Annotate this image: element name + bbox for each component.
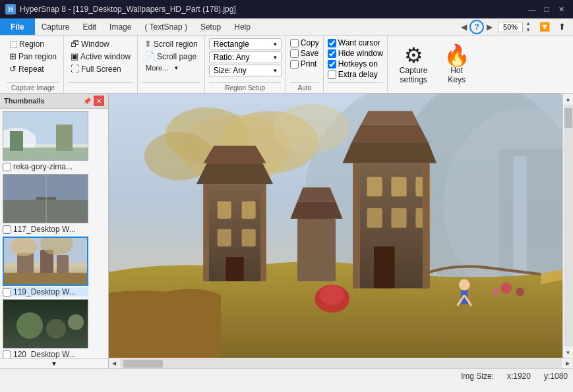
want-cursor-checkbox[interactable]: [328, 39, 336, 47]
zoom-down-button[interactable]: ▼: [524, 27, 532, 34]
save-checkbox[interactable]: [290, 49, 299, 58]
hot-keys-button[interactable]: 🔥 HotKeys: [437, 42, 477, 87]
scroll-region-button[interactable]: ⇳ Scroll region: [142, 38, 200, 49]
thumb4-checkbox[interactable]: [3, 350, 11, 359]
hide-window-checkbox[interactable]: [328, 49, 336, 58]
ribbon-group-auto: Copy Save Print Auto: [286, 36, 324, 93]
statusbar: Img Size: x:1920 y:1080: [0, 368, 573, 383]
h-scroll-thumb[interactable]: [123, 360, 163, 368]
svg-rect-4: [56, 125, 73, 151]
window-group-label: [68, 82, 133, 92]
menu-edit[interactable]: Edit: [76, 18, 103, 35]
scroll-left-arrow[interactable]: ◀: [109, 358, 119, 369]
expand-ribbon-button[interactable]: ⬆: [555, 20, 569, 34]
scroll-page-button[interactable]: 📄 Scroll page: [142, 51, 200, 62]
image-area[interactable]: [109, 94, 562, 358]
scroll-down-arrow[interactable]: ▼: [51, 360, 57, 367]
print-checkbox[interactable]: [290, 60, 299, 69]
copy-checkbox[interactable]: [290, 39, 299, 47]
menu-image[interactable]: Image: [103, 18, 138, 35]
copy-checkbox-row[interactable]: Copy: [290, 38, 319, 47]
zoom-arrows: ▲ ▼: [524, 20, 532, 34]
region-button[interactable]: ⬚ Region: [7, 38, 59, 49]
ratio-dropdown[interactable]: Ratio: Any ▾: [209, 51, 282, 63]
horizontal-scrollbar[interactable]: ◀ ▶: [109, 358, 573, 368]
svg-rect-51: [391, 208, 406, 228]
help-button[interactable]: ?: [469, 20, 484, 34]
list-item[interactable]: 120_Desktop W...: [3, 299, 106, 358]
close-button[interactable]: ✕: [555, 3, 568, 16]
scroll-right-arrow[interactable]: ▶: [562, 358, 573, 369]
menu-file[interactable]: File: [0, 18, 35, 35]
thumb-svg: [3, 174, 88, 223]
list-item[interactable]: 117_Desktop W...: [3, 174, 106, 234]
shape-dropdown[interactable]: Rectangle ▾: [209, 38, 282, 50]
list-item[interactable]: reka-gory-zima...: [3, 111, 106, 171]
zoom-input[interactable]: [498, 22, 523, 32]
save-label: Save: [301, 49, 318, 58]
window-icon: 🗗: [71, 39, 79, 49]
hotkeys-on-label: Hotkeys on: [338, 59, 378, 69]
minimize-ribbon-button[interactable]: 🔽: [537, 20, 552, 34]
window-buttons: 🗗 Window ▣ Active window ⛶ Full Screen: [68, 38, 133, 81]
thumb3-checkbox[interactable]: [3, 288, 11, 296]
more-button[interactable]: More...: [142, 63, 172, 72]
pan-region-button[interactable]: ⊞ Pan region: [7, 51, 59, 62]
thumbnail-image: [3, 299, 88, 349]
thumbnails-pin-button[interactable]: 📌: [82, 96, 92, 106]
large-buttons-area: ⚙ Capturesettings 🔥 HotKeys: [388, 36, 482, 93]
svg-point-64: [492, 288, 499, 295]
capture-settings-label: Capturesettings: [400, 66, 428, 84]
menu-help[interactable]: Help: [227, 18, 257, 35]
h-scroll-track[interactable]: [120, 359, 562, 368]
thumb1-checkbox[interactable]: [3, 163, 11, 171]
svg-rect-38: [204, 184, 209, 281]
capture-settings-button[interactable]: ⚙ Capturesettings: [393, 42, 435, 87]
scroll-track[interactable]: [564, 105, 573, 347]
hide-window-row[interactable]: Hide window: [328, 49, 383, 58]
nav-right-arrow[interactable]: ▶: [487, 22, 493, 32]
scroll-down-arrow[interactable]: ▼: [563, 347, 574, 358]
active-window-button[interactable]: ▣ Active window: [68, 51, 133, 62]
repeat-button[interactable]: ↺ Repeat: [7, 63, 59, 74]
extra-delay-checkbox[interactable]: [328, 70, 336, 79]
more-dropdown-arrow[interactable]: ▾: [175, 65, 178, 71]
full-screen-icon: ⛶: [71, 64, 79, 74]
nav-left-arrow[interactable]: ◀: [461, 22, 467, 32]
thumbnails-close-button[interactable]: ✕: [94, 96, 104, 106]
svg-rect-54: [353, 163, 360, 289]
capture-image-label: Capture Image: [7, 82, 59, 92]
hotkeys-on-row[interactable]: Hotkeys on: [328, 59, 383, 69]
scroll-up-arrow[interactable]: ▲: [563, 94, 574, 104]
extra-delay-row[interactable]: Extra delay: [328, 70, 383, 79]
thumb2-checkbox[interactable]: [3, 225, 11, 234]
size-dropdown[interactable]: Size: Any ▾: [209, 65, 282, 76]
maximize-button[interactable]: □: [540, 3, 553, 16]
list-item[interactable]: 119_Desktop W...: [3, 237, 106, 296]
scroll-region-icon: ⇳: [144, 39, 152, 49]
menu-setup[interactable]: Setup: [194, 18, 227, 35]
wallpaper-svg: [109, 94, 562, 358]
scroll-thumb[interactable]: [564, 108, 572, 128]
svg-marker-31: [196, 163, 273, 184]
thumbnails-scroll-down[interactable]: ▼: [0, 358, 108, 368]
menubar: File Capture Edit Image ( TextSnap ) Set…: [0, 18, 573, 36]
hotkeys-on-checkbox[interactable]: [328, 60, 336, 69]
want-cursor-row[interactable]: Want cursor: [328, 38, 383, 47]
svg-rect-3: [10, 131, 23, 151]
active-window-icon: ▣: [71, 51, 78, 61]
scroll-page-icon: 📄: [144, 51, 155, 61]
vertical-scrollbar[interactable]: ▲ ▼: [562, 94, 573, 358]
menu-textsnap[interactable]: ( TextSnap ): [138, 18, 193, 35]
full-screen-button[interactable]: ⛶ Full Screen: [68, 63, 133, 74]
hide-window-label: Hide window: [338, 49, 383, 58]
svg-marker-32: [204, 146, 266, 163]
minimize-button[interactable]: —: [526, 3, 539, 16]
menu-capture[interactable]: Capture: [35, 18, 76, 35]
save-checkbox-row[interactable]: Save: [290, 49, 319, 58]
pan-region-icon: ⊞: [9, 51, 16, 61]
zoom-up-button[interactable]: ▲: [524, 20, 532, 27]
window-button[interactable]: 🗗 Window: [68, 38, 133, 49]
ratio-dropdown-arrow: ▾: [274, 54, 277, 61]
print-checkbox-row[interactable]: Print: [290, 59, 319, 69]
